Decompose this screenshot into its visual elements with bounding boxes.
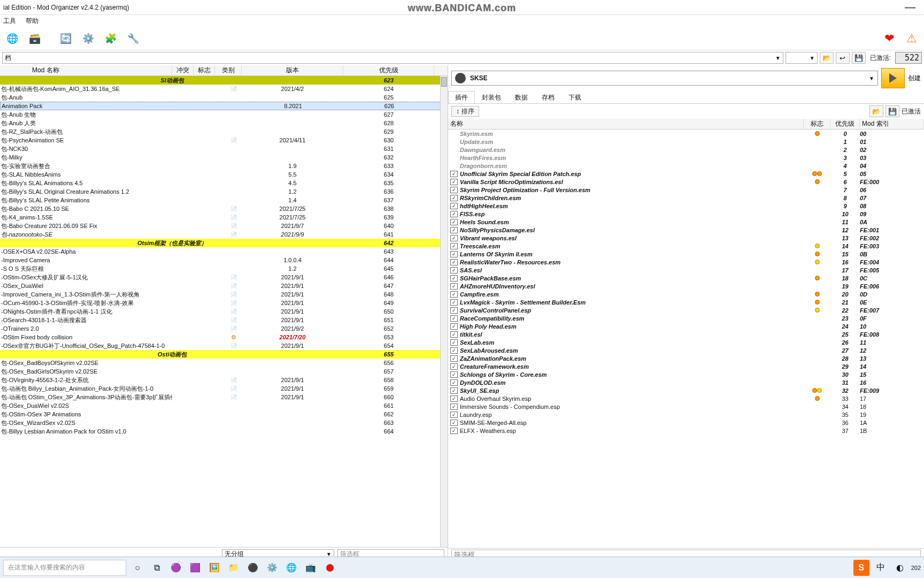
plugin-row[interactable]: ✓SGHairPackBase.esm180C — [448, 274, 924, 282]
mod-row[interactable]: -OTrainers 2.02021/9/2652 — [0, 324, 448, 333]
col-flag[interactable]: 标志 — [194, 65, 215, 75]
pcol-prio[interactable]: 优先级 — [830, 119, 860, 129]
mod-row[interactable]: 包-Billyy Lesbian Animation Pack for OSti… — [0, 427, 448, 436]
mod-row[interactable]: 包-Anub625 — [0, 93, 448, 102]
mod-row[interactable]: Animation Pack8.2021626 — [0, 102, 448, 110]
profile-select[interactable]: 档▼ — [2, 52, 783, 64]
mod-row[interactable]: 包-机械动画包-KomAnim_AIO_31.36.16a_SE2021/4/2… — [0, 85, 448, 93]
plugin-row[interactable]: Skyrim.esm000 — [448, 130, 924, 138]
tab-0[interactable]: 插件 — [448, 91, 475, 103]
executable-select[interactable]: SKSE ▼ — [451, 71, 878, 86]
mod-separator[interactable]: Otsim框架（也是实验室）642 — [0, 239, 448, 247]
mod-row[interactable]: 包-动画包 OStim_OSex_3P_Animations-3P动画包-需要3… — [0, 393, 448, 401]
plugin-row[interactable]: ✓Lanterns Of Skyrim II.esm150B — [448, 250, 924, 258]
plugin-checkbox[interactable]: ✓ — [450, 347, 458, 354]
half-icon[interactable]: ◐ — [892, 560, 908, 576]
plugin-row[interactable]: ✓hdtHighHeel.esm908 — [448, 202, 924, 210]
mod-row[interactable]: 包-OSex_BadGirlsOfSkyrim v2.02SE657 — [0, 367, 448, 376]
plugin-row[interactable]: ✓NoSillyPhysicsDamage.esl12FE:001 — [448, 226, 924, 234]
plugin-checkbox[interactable]: ✓ — [450, 355, 458, 362]
plugin-row[interactable]: ✓RSkyrimChildren.esm807 — [448, 194, 924, 202]
pcol-idx[interactable]: Mod 索引 — [860, 119, 924, 129]
col-category[interactable]: 类别 — [215, 65, 242, 75]
mod-separator[interactable]: SI动画包623 — [0, 76, 448, 85]
record-icon[interactable] — [322, 560, 338, 576]
plugin-row[interactable]: ✓ELFX - Weathers.esp371B — [448, 427, 924, 435]
restore-icon[interactable]: ↩ — [836, 52, 850, 64]
secondary-select[interactable]: ▼ — [786, 52, 818, 64]
mod-row[interactable]: 包-Milky632 — [0, 153, 448, 162]
mod-row[interactable]: 包-Billyy's SLAL Original Creature Animat… — [0, 187, 448, 196]
mod-row[interactable]: -OStim-OSex大修及扩展-5-1汉化2021/9/1646 — [0, 273, 448, 282]
plugin-row[interactable]: ✓SAS.esl17FE:005 — [448, 266, 924, 274]
mod-row[interactable]: 包-NCK30631 — [0, 144, 448, 153]
mod-row[interactable]: 包-Babo Creature 2021.06.09 SE Fix2021/9/… — [0, 222, 448, 230]
plugin-row[interactable]: Dawnguard.esm202 — [448, 146, 924, 154]
mod-row[interactable]: -OSex_DuaWiel2021/9/1647 — [0, 282, 448, 290]
plugin-checkbox[interactable]: ✓ — [450, 251, 458, 257]
mod-row[interactable]: -OSEX+OSA v2.02SE-Alpha643 — [0, 247, 448, 256]
app5-icon[interactable]: 📺 — [303, 560, 319, 576]
archive-icon[interactable]: 🗃️ — [26, 29, 44, 48]
taskbar-search[interactable]: 在这里输入你要搜索的内容 — [3, 560, 126, 576]
mod-row[interactable]: 包-OSex_WizardSex v2.02S663 — [0, 419, 448, 427]
create-shortcut[interactable]: 创建 — [908, 74, 921, 83]
plugin-checkbox[interactable]: ✓ — [450, 404, 458, 410]
plugin-checkbox[interactable]: ✓ — [450, 227, 458, 233]
minimize-button[interactable]: — — [899, 1, 921, 13]
gears-icon[interactable]: ⚙️ — [79, 29, 97, 48]
app2-icon[interactable]: 🟪 — [187, 560, 203, 576]
col-priority[interactable]: 优先级 — [343, 65, 434, 75]
plugin-checkbox[interactable]: ✓ — [450, 179, 458, 185]
chrome-icon[interactable]: 🌐 — [283, 560, 299, 576]
plugin-checkbox[interactable]: ✓ — [450, 387, 458, 394]
mod-row[interactable]: 包-动画包 Billyy_Lesbian_Animation_Pack-女同动画… — [0, 384, 448, 393]
plugin-row[interactable]: ✓DynDOLOD.esm3116 — [448, 378, 924, 386]
plugin-save-icon[interactable]: 💾 — [886, 105, 899, 117]
explorer-icon[interactable]: 📁 — [226, 560, 242, 576]
plugin-row[interactable]: ✓Treescale.esm14FE:003 — [448, 242, 924, 250]
cortana-icon[interactable]: ○ — [129, 560, 145, 576]
mod-row[interactable]: -ONights-Ostim插件-查看npc动画-1-1 汉化2021/9/16… — [0, 307, 448, 316]
tab-3[interactable]: 存档 — [535, 91, 561, 103]
plugin-checkbox[interactable]: ✓ — [450, 428, 458, 434]
mod-separator[interactable]: Osti动画包655 — [0, 350, 448, 359]
tab-4[interactable]: 下载 — [561, 91, 588, 103]
backup-icon[interactable]: 💾 — [852, 52, 866, 64]
wrench-icon[interactable]: 🔧 — [124, 29, 142, 48]
scroll-thumb[interactable] — [441, 77, 447, 87]
plugin-checkbox[interactable]: ✓ — [450, 275, 458, 282]
ime-icon[interactable]: S — [853, 560, 869, 576]
plugin-checkbox[interactable]: ✓ — [450, 283, 458, 290]
plugin-checkbox[interactable]: ✓ — [450, 307, 458, 314]
globe-icon[interactable]: 🌐 — [3, 29, 21, 48]
plugin-checkbox[interactable]: ✓ — [450, 243, 458, 249]
mod-row[interactable]: 包-Babo C 2021.05.10 SE2021/7/25638 — [0, 204, 448, 213]
mod-row[interactable]: 包-nazonootoko-SE2021/9/9641 — [0, 230, 448, 239]
mod-row[interactable]: -S O S 天际巨根1.2645 — [0, 264, 448, 273]
plugin-checkbox[interactable]: ✓ — [450, 363, 458, 370]
plugin-row[interactable]: ✓SexLabAroused.esm2712 — [448, 346, 924, 354]
plugin-row[interactable]: ✓Skyrim Project Optimization - Full Vers… — [448, 186, 924, 194]
plugin-row[interactable]: ✓LvxMagick - Skyrim - Settlement Builder… — [448, 298, 924, 306]
mod-row[interactable]: 包-Anub 人类628 — [0, 119, 448, 127]
plugin-row[interactable]: ✓High Poly Head.esm2410 — [448, 322, 924, 330]
settings-icon[interactable]: ⚙️ — [264, 560, 280, 576]
clock[interactable]: 202 — [911, 565, 921, 571]
plugin-checkbox[interactable]: ✓ — [450, 299, 458, 306]
plugin-checkbox[interactable]: ✓ — [450, 219, 458, 225]
mod-row[interactable]: -OStim Fixed body collision2021/7/20653 — [0, 333, 448, 341]
scrollbar[interactable] — [440, 76, 448, 547]
mod-list[interactable]: SI动画包623包-机械动画包-KomAnim_AIO_31.36.16a_SE… — [0, 76, 448, 547]
plugin-checkbox[interactable]: ✓ — [450, 323, 458, 330]
plugin-row[interactable]: ✓Vanilla Script MicroOptimizations.esl6F… — [448, 178, 924, 186]
plugin-row[interactable]: ✓Unofficial Skyrim Special Edition Patch… — [448, 170, 924, 178]
plugin-row[interactable]: ✓SurvivalControlPanel.esp22FE:007 — [448, 306, 924, 314]
mod-row[interactable]: -OCum-45990-1-3-OStim插件-实现-喷射-水滴-效果2021/… — [0, 299, 448, 307]
plugin-row[interactable]: ✓SkyUI_SE.esp32FE:009 — [448, 386, 924, 394]
plugin-checkbox[interactable]: ✓ — [450, 371, 458, 378]
refresh-icon[interactable]: 🔄 — [57, 29, 75, 48]
mod-row[interactable]: 包-OSex_DuaWiel v2.02S661 — [0, 401, 448, 410]
col-conflict[interactable]: 冲突 — [172, 65, 194, 75]
app4-icon[interactable]: ⚫ — [245, 560, 261, 576]
